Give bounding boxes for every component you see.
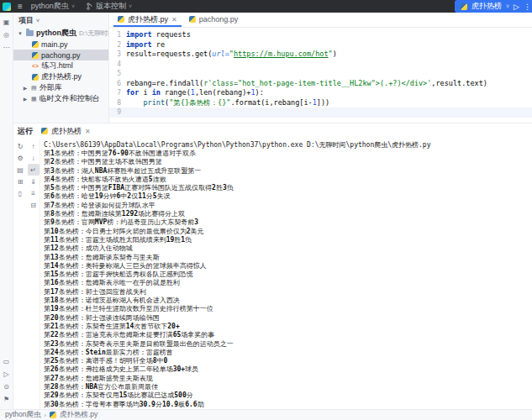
- code-line: 7for i in range(1,len(rebang)+1):: [109, 88, 532, 98]
- soft-wrap-icon[interactable]: ↵: [28, 164, 40, 176]
- problems-icon[interactable]: ⊙: [1, 381, 13, 393]
- device-icon[interactable]: ▯: [14, 187, 26, 199]
- tree-item-虎扑热榜.py[interactable]: 虎扑热榜.py: [13, 71, 108, 82]
- code-line: 5: [109, 69, 532, 79]
- layout-icon[interactable]: ⊞: [14, 176, 26, 187]
- more-actions-icon[interactable]: ⋮: [524, 3, 529, 11]
- project-widget-label: python爬虫: [31, 1, 69, 12]
- code-editor[interactable]: 1import requests2import re3result=reques…: [109, 28, 532, 123]
- tree-item-label: pachong.py: [41, 51, 81, 60]
- lib-icon: ▤: [31, 85, 37, 92]
- project-panel-header[interactable]: 项目 ˅: [13, 13, 108, 28]
- vcs-widget-label: 版本控制: [96, 1, 126, 12]
- scratch-icon: ▦: [31, 96, 37, 102]
- console-line: 第17条热榜：郭士强回应首战失利: [44, 288, 532, 297]
- vcs-widget[interactable]: 版本控制 ˅: [87, 1, 132, 12]
- console-line: 第14条热榜：奥特曼称湖人三巨头的篮球频率高得惊人: [44, 262, 532, 270]
- tree-group-外部库[interactable]: ▶▤外部库: [13, 82, 108, 93]
- breadcrumb-project[interactable]: python爬虫: [5, 410, 41, 420]
- python-file-icon: [50, 412, 56, 418]
- python-file-icon: [189, 16, 196, 23]
- line-number: 2: [109, 40, 126, 50]
- project-widget[interactable]: python爬虫 ˅: [31, 1, 75, 12]
- python-file-icon: [32, 74, 39, 81]
- console-line: 第4条热榜：快船客场不敌热火遭遇5连败: [44, 176, 532, 184]
- code-text: [126, 60, 532, 70]
- breadcrumb-file[interactable]: 虎扑热榜.py: [60, 410, 97, 420]
- console-line: 第20条热榜：郭士强谈连续两场输韩国: [44, 314, 532, 323]
- code-line: 3result=requests.get(url="https://m.hupu…: [109, 50, 532, 60]
- clear-console-icon[interactable]: ⊟: [28, 199, 40, 211]
- console-line: 第27条热榜：詹姆斯盛赞里夫斯表现: [44, 375, 532, 383]
- run-tab[interactable]: 虎扑热榜 ✕: [41, 126, 91, 137]
- pin-tab-icon[interactable]: ▤: [14, 164, 26, 176]
- editor-tab-pachong.py[interactable]: pachong.py: [183, 12, 245, 27]
- console-line: 第28条热榜：NBA官方公布最新周最佳: [44, 383, 532, 391]
- run-console[interactable]: C:\Users\86139\AppData\Local\Programs\Py…: [40, 139, 532, 409]
- console-line: 第9条热榜：官网MVP榜：约基奇亚历山大东契奇前3: [44, 218, 532, 227]
- services-icon[interactable]: ⚑: [1, 393, 13, 406]
- tree-item-练习.html[interactable]: <>练习.html: [13, 60, 108, 71]
- console-line: 第2条热榜：中国男篮主场不敌韩国男篮: [44, 158, 532, 166]
- close-icon[interactable]: ✕: [171, 16, 177, 24]
- editor-tab-label: 虎扑热榜.py: [128, 14, 168, 25]
- more-tools-icon[interactable]: ⋯: [1, 41, 13, 54]
- scroll-to-end-icon[interactable]: ⇓: [28, 176, 40, 187]
- console-line: 第7条热榜：哈登谈如何提升球队水平: [44, 202, 532, 210]
- run-toolbar: ↻⚙▤⊞▯: [13, 139, 27, 409]
- console-line: 第11条热榜：雷霆主场战胜太阳战绩来到19胜1负: [44, 236, 532, 244]
- chevron-collapsed-icon[interactable]: ▶: [22, 85, 29, 91]
- tree-item-pachong.py[interactable]: pachong.py: [13, 50, 108, 60]
- console-line: 第23条热榜：东契奇表示里夫斯是目前联盟最出色的运动员之一: [44, 340, 532, 349]
- pycharm-window: ≡ python爬虫 ˅ 版本控制 ˅ 虎扑热榜 ˅ ▷ ⋮ ▣◎⋯ ▭▷⊙⚑: [0, 0, 532, 420]
- chevron-collapsed-icon[interactable]: ▶: [22, 96, 29, 102]
- tool-window-strip: ▣◎⋯ ▭▷⊙⚑: [0, 13, 13, 409]
- project-panel-title: 项目: [18, 15, 34, 26]
- down-stack-trace-icon[interactable]: ↓: [28, 152, 40, 164]
- run-button[interactable]: ▷: [514, 3, 519, 11]
- chevron-down-icon[interactable]: ˅: [506, 3, 509, 9]
- chevron-expanded-icon[interactable]: ▼: [17, 31, 24, 36]
- main-menu-icon[interactable]: ≡: [18, 2, 23, 11]
- code-line: 8 print("第{}条热榜：{}".format(i,rebang[i-1]…: [109, 98, 532, 108]
- run-icon[interactable]: ▷: [1, 368, 13, 381]
- code-line: 6rebang=re.findall(r'class="hot_hot-page…: [109, 79, 532, 89]
- line-number: 6: [109, 79, 126, 89]
- line-number: 5: [109, 69, 126, 79]
- close-icon[interactable]: ✕: [85, 128, 91, 135]
- tree-group-临时文件和控制台[interactable]: ▶▦临时文件和控制台: [13, 93, 108, 104]
- console-output: 第1条热榜：中国男篮76-90不敌韩国遭遇对手双杀第2条热榜：中国男篮主场不敌韩…: [44, 150, 532, 409]
- tree-item-main.py[interactable]: main.py: [13, 39, 108, 50]
- tree-group-label: 外部库: [40, 82, 62, 93]
- line-number: 4: [109, 60, 126, 70]
- line-number: 8: [109, 98, 126, 108]
- chevron-down-icon: ˅: [129, 3, 132, 9]
- commit-icon[interactable]: ◎: [1, 29, 13, 41]
- chevron-down-icon: ˅: [36, 18, 40, 24]
- up-stack-trace-icon[interactable]: ↑: [28, 140, 40, 152]
- settings-icon[interactable]: ⚙: [14, 152, 26, 164]
- console-line: 第26条热榜：弗拉格成为史上第二年轻单场30+球员: [44, 365, 532, 374]
- tree-root-row[interactable]: ▼ python爬虫 D:\无聊时间\python爬虫: [13, 28, 108, 39]
- run-config-name[interactable]: 虎扑热榜: [471, 1, 502, 12]
- python-console-icon[interactable]: ▭: [1, 355, 13, 368]
- python-file-icon: [32, 52, 39, 59]
- editor-tab-虎扑热榜.py[interactable]: 虎扑热榜.py✕: [112, 12, 183, 27]
- console-line: 第30条热榜：字母哥本赛季场均30.9分10.9板6.6助: [44, 401, 532, 409]
- console-line: 第6条热榜：哈登19分钟6中2仅11分5失误: [44, 192, 532, 201]
- console-line: 第22条热榜：雷迪克表示詹姆斯未提要打满65场拿奖的事: [44, 331, 532, 339]
- rerun-icon[interactable]: ↻: [14, 140, 26, 152]
- console-line: 第24条热榜：Stein最新实力榜：雷霆榜首: [44, 349, 532, 357]
- print-icon[interactable]: ≡: [28, 187, 40, 199]
- code-text: import re: [126, 40, 532, 50]
- branch-icon: [87, 3, 93, 10]
- console-line: 第10条热榜：今日勇士对阵火箭的最低票价仅为2美元: [44, 228, 532, 236]
- code-text: [126, 69, 532, 79]
- project-panel: 项目 ˅ ▼ python爬虫 D:\无聊时间\python爬虫 main.py…: [13, 13, 109, 123]
- tool-strip-bottom: ▭▷⊙⚑: [1, 355, 13, 406]
- tree-item-label: 虎扑热榜.py: [41, 71, 82, 82]
- run-tab-label: 虎扑热榜: [51, 126, 82, 137]
- code-line: 9: [109, 108, 532, 118]
- project-icon[interactable]: ▣: [1, 16, 13, 29]
- html-file-icon: <>: [32, 63, 39, 69]
